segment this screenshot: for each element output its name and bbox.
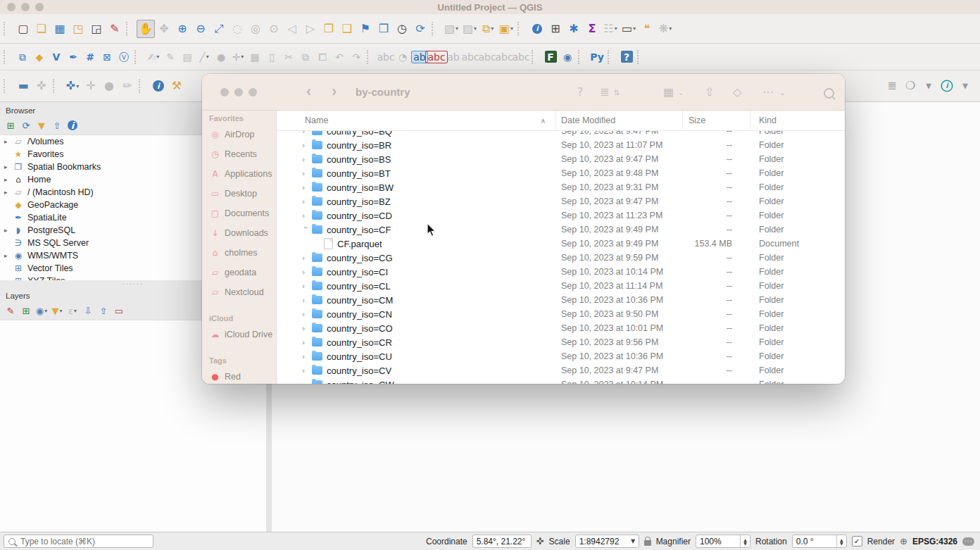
delete-selected-icon[interactable]: ▯	[263, 49, 280, 65]
select-by-location-icon[interactable]: ▣▾	[497, 20, 515, 38]
zoom-full-icon[interactable]: ⤢	[210, 20, 228, 38]
expand-chevron-icon[interactable]: ›	[302, 254, 312, 263]
expand-chevron-icon[interactable]: ▸	[4, 227, 12, 234]
save-edits-icon[interactable]: ▤	[179, 49, 196, 65]
rotation-stepper[interactable]: ▲▼	[836, 535, 846, 547]
new-virtual-layer-icon[interactable]: #	[82, 49, 99, 65]
render-checkbox[interactable]: ✓	[852, 536, 862, 546]
copy-features-icon[interactable]: ⧉	[297, 49, 314, 65]
table-row[interactable]: › country_iso=CN Sep 10, 2023 at 9:50 PM…	[277, 307, 845, 321]
expand-chevron-icon[interactable]: ›	[302, 338, 312, 347]
caret-down-icon[interactable]: ▾	[956, 77, 974, 95]
extents-icon[interactable]: ✜	[536, 536, 544, 546]
sidebar-item[interactable]: ☁ iCloud Drive	[202, 325, 276, 344]
pan-to-selection-icon[interactable]: ✥	[155, 20, 173, 38]
processing-toolbox-icon[interactable]: ✱	[565, 20, 583, 38]
minimize-window-icon[interactable]	[234, 88, 243, 96]
new-mesh-layer-icon[interactable]: ⊠	[99, 49, 115, 65]
attribute-table-icon[interactable]: ☷▾	[601, 20, 620, 38]
crosshair-tool-icon[interactable]: ✜	[32, 77, 51, 95]
expand-chevron-icon[interactable]: ›	[301, 225, 310, 235]
table-row[interactable]: CF.parquet Sep 10, 2023 at 9:49 PM 153.4…	[277, 237, 845, 251]
table-row[interactable]: › country_iso=CG Sep 10, 2023 at 9:59 PM…	[277, 251, 845, 265]
expand-chevron-icon[interactable]: ›	[302, 169, 312, 178]
expand-chevron-icon[interactable]: ›	[302, 324, 312, 333]
refresh-map-icon[interactable]: ⟳	[411, 20, 429, 38]
table-row[interactable]: › country_iso=CM Sep 10, 2023 at 10:36 P…	[277, 293, 845, 307]
messages-icon[interactable]: ❍	[901, 77, 919, 95]
layer-labeling-icon[interactable]: abc	[377, 49, 394, 65]
sidebar-item[interactable]: ◎ AirDrop	[202, 125, 276, 144]
zoom-native-icon[interactable]: ⊙	[265, 20, 283, 38]
crs-value[interactable]: EPSG:4326	[912, 537, 957, 546]
toolbar-handle[interactable]	[517, 22, 524, 36]
undo-icon[interactable]: ↶	[331, 49, 348, 65]
add-feature-icon[interactable]: ╱▾	[196, 49, 213, 65]
measure-icon[interactable]: ▭▾	[620, 20, 638, 38]
table-row[interactable]: › country_iso=CL Sep 10, 2023 at 11:14 P…	[277, 279, 845, 293]
locator-input[interactable]	[19, 536, 142, 547]
sketch-tool-icon[interactable]: ✏	[118, 77, 137, 95]
filter-expression-icon[interactable]: ε▾	[65, 303, 80, 318]
locator-search[interactable]	[4, 535, 153, 548]
zoom-in-icon[interactable]: ⊕	[173, 20, 191, 38]
magnifier-input[interactable]	[696, 537, 740, 546]
move-feature-icon[interactable]: ●	[213, 49, 230, 65]
zoom-last-icon[interactable]: ◁	[283, 20, 301, 38]
scale-input[interactable]	[576, 537, 628, 546]
column-header-date-modified[interactable]: Date Modified	[556, 111, 683, 130]
new-bookmark-icon[interactable]: ⚑	[356, 20, 375, 38]
sidebar-item[interactable]: ◷ Recents	[202, 144, 276, 164]
list-view-icon[interactable]: ≣	[600, 85, 609, 99]
scale-dropdown-icon[interactable]: ▼	[628, 538, 639, 544]
more-options-icon[interactable]: ⋯	[762, 85, 774, 99]
zoom-next-icon[interactable]: ▷	[301, 20, 320, 38]
close-window-icon[interactable]	[220, 88, 229, 96]
expand-chevron-icon[interactable]: ›	[302, 155, 312, 164]
zoom-to-layer-icon[interactable]: ◎	[246, 20, 265, 38]
sidebar-item[interactable]: ▭ Desktop	[202, 184, 276, 204]
sidebar-item[interactable]: ▱ geodata	[202, 263, 276, 282]
manage-map-themes-icon[interactable]: ◉▾	[34, 303, 49, 318]
expand-chevron-icon[interactable]: ›	[302, 352, 312, 361]
zoom-out-icon[interactable]: ⊖	[191, 20, 210, 38]
expand-chevron-icon[interactable]: ›	[302, 282, 312, 291]
table-row[interactable]: › country_iso=BT Sep 10, 2023 at 9:48 PM…	[277, 166, 845, 180]
collapse-tree-icon[interactable]: ⇧	[96, 303, 111, 318]
new-print-layout-icon[interactable]: ◳	[69, 20, 87, 38]
rotate-label-icon[interactable]: abc	[496, 49, 513, 65]
layer-styling-icon[interactable]: ✎	[3, 303, 18, 318]
toolbar-handle[interactable]	[4, 22, 10, 36]
expand-all-icon[interactable]: ⇩	[80, 303, 96, 318]
toolbar-handle[interactable]	[126, 22, 132, 36]
new-gpx-icon[interactable]: Ⓥ	[115, 49, 132, 65]
sidebar-item[interactable]: ⌂ cholmes	[202, 243, 276, 263]
table-row[interactable]: › country_iso=CU Sep 10, 2023 at 10:36 P…	[277, 349, 845, 363]
table-row[interactable]: › country_iso=CV Sep 10, 2023 at 9:47 PM…	[277, 363, 845, 377]
toolbar-handle[interactable]	[608, 50, 614, 64]
new-3d-map-view-icon[interactable]: ❑	[338, 20, 356, 38]
layout-manager-icon[interactable]: ◲	[87, 20, 106, 38]
table-row[interactable]: › country_iso=BR Sep 10, 2023 at 11:07 P…	[277, 138, 845, 152]
python-console-icon[interactable]: Py	[589, 49, 605, 65]
expand-chevron-icon[interactable]: ›	[302, 268, 312, 277]
table-row[interactable]: › country_iso=CO Sep 10, 2023 at 10:01 P…	[277, 321, 845, 335]
select-by-form-icon[interactable]: ▨▾	[460, 20, 479, 38]
zoom-to-coordinates-icon[interactable]: ✜▾	[63, 77, 82, 95]
osm-search-plugin-icon[interactable]: ◉	[559, 49, 576, 65]
table-row[interactable]: › country_iso=BW Sep 10, 2023 at 9:31 PM…	[277, 180, 845, 194]
sidebar-item[interactable]: ↓ Downloads	[202, 223, 276, 243]
toolbar-handle[interactable]	[432, 22, 438, 36]
current-edits-icon[interactable]: ✍▾	[145, 49, 162, 65]
messages-bubble-icon[interactable]: ···	[962, 537, 974, 546]
expand-chevron-icon[interactable]: ›	[302, 141, 312, 150]
paste-features-icon[interactable]: ⧠	[314, 49, 331, 65]
tag-icon[interactable]: ◇	[733, 85, 741, 99]
cut-features-icon[interactable]: ✂	[280, 49, 297, 65]
expand-chevron-icon[interactable]: ›	[302, 366, 312, 375]
fgdb-export-plugin-icon[interactable]: F	[542, 49, 559, 65]
new-geopackage-icon[interactable]: ◆	[31, 49, 48, 65]
toolbar-handle[interactable]	[367, 50, 373, 64]
layer-diagram-icon[interactable]: ◔	[394, 49, 411, 65]
sidebar-item[interactable]: ▱ Nextcloud	[202, 282, 276, 302]
